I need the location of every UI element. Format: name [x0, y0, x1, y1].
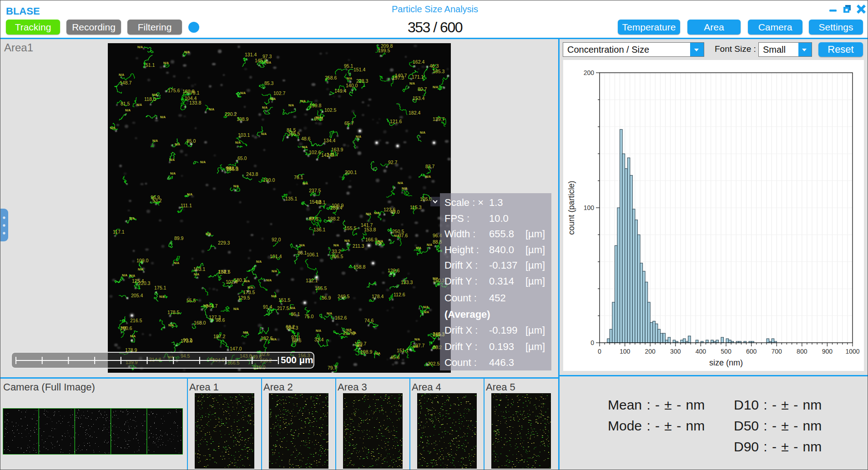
svg-text:139.7: 139.7 — [354, 341, 366, 346]
svg-text:175.6: 175.6 — [168, 88, 180, 93]
svg-text:125.4: 125.4 — [132, 278, 144, 284]
svg-text:N/A: N/A — [425, 175, 431, 178]
svg-text:N/A: N/A — [256, 260, 262, 263]
svg-text:92.0: 92.0 — [272, 237, 281, 242]
svg-text:229.3: 229.3 — [218, 240, 230, 245]
svg-text:217.5: 217.5 — [277, 305, 289, 311]
svg-text:142.9: 142.9 — [321, 152, 333, 158]
svg-text:count (particle): count (particle) — [567, 180, 576, 235]
svg-text:N/A: N/A — [398, 181, 403, 185]
svg-text:N/A: N/A — [262, 106, 267, 109]
svg-text:N/A: N/A — [152, 139, 158, 142]
svg-text:N/A: N/A — [414, 338, 420, 341]
svg-text:N/A: N/A — [333, 244, 339, 247]
svg-text:151.5: 151.5 — [278, 297, 290, 303]
svg-text:152.5: 152.5 — [218, 269, 230, 275]
svg-text:83.7: 83.7 — [425, 164, 435, 169]
svg-text:133.3: 133.3 — [401, 280, 413, 285]
svg-text:118.0: 118.0 — [144, 96, 156, 102]
svg-text:158.8: 158.8 — [353, 264, 365, 270]
svg-text:N/A: N/A — [427, 243, 432, 246]
svg-text:N/A: N/A — [163, 61, 169, 65]
svg-text:160.6: 160.6 — [120, 325, 132, 331]
svg-text:N/A: N/A — [209, 108, 214, 111]
svg-text:136.1: 136.1 — [313, 227, 325, 232]
svg-text:257.3: 257.3 — [343, 330, 355, 336]
svg-text:N/A: N/A — [152, 93, 157, 96]
svg-text:151.1: 151.1 — [397, 348, 409, 353]
svg-text:237.5: 237.5 — [309, 188, 321, 193]
svg-text:N/A: N/A — [271, 295, 277, 298]
svg-text:55.5: 55.5 — [187, 298, 196, 303]
svg-text:N/A: N/A — [420, 131, 425, 134]
svg-text:N/A: N/A — [270, 97, 276, 100]
svg-text:134.4: 134.4 — [323, 138, 335, 143]
svg-text:51.1: 51.1 — [146, 62, 155, 68]
svg-text:N/A: N/A — [187, 193, 192, 196]
svg-text:300: 300 — [670, 348, 681, 355]
svg-text:154.3: 154.3 — [309, 199, 321, 205]
svg-text:182.4: 182.4 — [409, 110, 420, 115]
svg-text:N/A: N/A — [290, 306, 295, 310]
svg-text:149.4: 149.4 — [334, 88, 346, 94]
svg-text:102.6: 102.6 — [309, 150, 321, 155]
svg-text:145.2: 145.2 — [255, 58, 267, 63]
svg-text:121.6: 121.6 — [390, 119, 402, 124]
svg-text:N/A: N/A — [409, 82, 415, 85]
svg-text:65.0: 65.0 — [237, 155, 247, 161]
svg-text:N/A: N/A — [138, 268, 143, 271]
svg-text:N/A: N/A — [433, 85, 438, 89]
svg-text:135.1: 135.1 — [285, 196, 297, 201]
svg-text:N/A: N/A — [288, 104, 294, 107]
svg-text:106.1: 106.1 — [307, 252, 318, 257]
svg-text:178.4: 178.4 — [372, 294, 384, 299]
svg-text:144.7: 144.7 — [206, 303, 217, 309]
svg-text:249.5: 249.5 — [338, 294, 349, 299]
svg-text:103.1: 103.1 — [238, 132, 250, 138]
svg-text:162.4: 162.4 — [413, 59, 424, 65]
svg-text:153.4: 153.4 — [413, 95, 424, 101]
svg-text:N/A: N/A — [299, 244, 305, 247]
svg-text:112.6: 112.6 — [394, 292, 405, 297]
svg-text:N/A: N/A — [159, 295, 165, 298]
svg-text:104.3: 104.3 — [286, 325, 298, 330]
svg-text:N/A: N/A — [356, 135, 361, 138]
svg-text:N/A: N/A — [423, 305, 429, 309]
svg-text:65.7: 65.7 — [344, 120, 354, 126]
svg-text:166.9: 166.9 — [365, 237, 377, 242]
svg-text:162.6: 162.6 — [335, 315, 347, 320]
svg-text:131.4: 131.4 — [245, 52, 257, 57]
svg-text:76.1: 76.1 — [294, 175, 303, 180]
svg-text:85.3: 85.3 — [264, 80, 274, 86]
svg-text:92.7: 92.7 — [388, 160, 398, 165]
svg-text:102.5: 102.5 — [324, 107, 336, 113]
svg-text:117.1: 117.1 — [113, 229, 125, 235]
svg-text:216.5: 216.5 — [130, 318, 142, 323]
svg-text:N/A: N/A — [416, 246, 421, 250]
svg-text:N/A: N/A — [160, 115, 166, 119]
svg-text:N/A: N/A — [327, 312, 332, 315]
svg-text:66.6: 66.6 — [292, 338, 302, 343]
svg-text:129.5: 129.5 — [238, 295, 250, 300]
svg-text:163.1: 163.1 — [193, 266, 205, 272]
svg-text:205.4: 205.4 — [131, 293, 143, 298]
svg-text:141.7: 141.7 — [361, 222, 373, 228]
svg-text:N/A: N/A — [375, 352, 380, 355]
svg-text:155.5: 155.5 — [344, 225, 356, 231]
svg-text:N/A: N/A — [303, 182, 308, 185]
svg-text:168.0: 168.0 — [194, 320, 206, 325]
svg-text:139.7: 139.7 — [433, 116, 444, 122]
svg-text:79.7: 79.7 — [328, 365, 337, 370]
svg-text:123.6: 123.6 — [384, 207, 395, 212]
svg-text:199.5: 199.5 — [378, 48, 390, 53]
svg-text:133.8: 133.8 — [189, 100, 201, 105]
svg-text:0: 0 — [598, 348, 601, 355]
svg-text:N/A: N/A — [235, 141, 241, 144]
svg-text:200: 200 — [645, 348, 656, 355]
svg-text:182.6: 182.6 — [261, 335, 273, 341]
svg-text:175.1: 175.1 — [154, 285, 166, 290]
svg-text:100: 100 — [584, 204, 595, 211]
svg-text:N/A: N/A — [302, 145, 308, 149]
svg-text:238.6: 238.6 — [226, 165, 238, 171]
svg-text:89.9: 89.9 — [174, 235, 184, 241]
